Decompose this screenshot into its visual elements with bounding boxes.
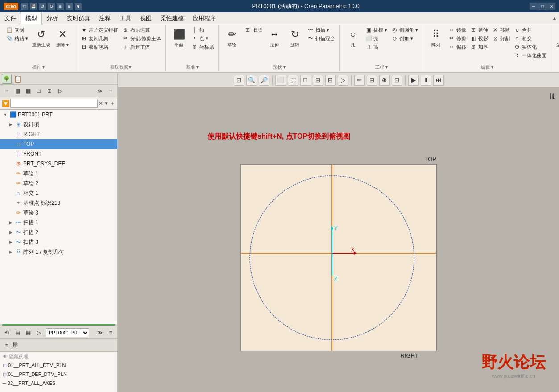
tree-view2-button[interactable]: ▦ (23, 86, 33, 96)
shell-button[interactable]: ⬜壳 (364, 34, 389, 42)
tree-more-button[interactable]: ≫ (95, 86, 105, 96)
tree-item-sketch1[interactable]: ✏ 草绘 1 (0, 169, 117, 178)
win-min-button[interactable]: ─ (530, 3, 538, 10)
tree-item-pattern1[interactable]: ▶ ⠿ 阵列 1 / 复制几何 (0, 247, 117, 257)
tree-item-right[interactable]: ◻ RIGHT (0, 129, 117, 139)
oldversion-button[interactable]: ⊞旧版 (243, 26, 264, 34)
filter-add-button[interactable]: ＋ (109, 99, 116, 107)
tree-item-csys[interactable]: ⊕ PRT_CSYS_DEF (0, 159, 117, 169)
tree-item-sweep3[interactable]: ▶ 〜 扫描 3 (0, 237, 117, 247)
paste-button[interactable]: 📎粘贴 ▾ (4, 34, 29, 42)
view-nohidden-button[interactable]: ⊟ (325, 75, 336, 86)
round-button[interactable]: ◎倒圆角 ▾ (389, 26, 419, 34)
tb-icon-1[interactable]: □ (21, 3, 28, 10)
copy-button[interactable]: 📋复制 (4, 26, 29, 34)
bt-view1-button[interactable]: ▤ (12, 328, 22, 338)
draft-button[interactable]: ▣拔模 ▾ (364, 26, 389, 34)
layer-hidden-item[interactable]: 👁 隐藏的项 (0, 352, 117, 361)
tree-item-top[interactable]: ◻ TOP (0, 139, 117, 149)
tb-icon-4[interactable]: ↻ (48, 3, 55, 10)
view-refit-button[interactable]: ⬜ (275, 75, 286, 86)
csys-button[interactable]: ⊕坐标系 (190, 43, 215, 51)
view-wire-button[interactable]: □ (300, 75, 311, 86)
bottom-part-select[interactable]: PRT0001.PRT (46, 328, 89, 337)
layer-prt-all-axes[interactable]: ─ 02__PRT_ALL_AXES (0, 379, 117, 388)
filter-dropdown-button[interactable]: ▼ (104, 101, 108, 106)
tree-view4-button[interactable]: ⊞ (45, 86, 54, 96)
zoom-fit-button[interactable]: ⊡ (234, 75, 244, 86)
view-grid-button[interactable]: ⊞ (367, 75, 377, 86)
merge-button[interactable]: ∪合并 (512, 26, 548, 34)
copy-geom-button[interactable]: ⊞复制几何 (79, 34, 120, 42)
tree-view1-button[interactable]: ▤ (12, 86, 22, 96)
hole-button[interactable]: ○ 孔 (343, 26, 363, 50)
tree-item-front[interactable]: ◻ FRONT (0, 149, 117, 159)
window-controls[interactable]: ─ □ ✕ (530, 3, 555, 10)
chamfer-button[interactable]: ◇倒角 ▾ (389, 34, 419, 42)
rib-button[interactable]: ⎍筋 (364, 43, 389, 51)
solidify-surf-button[interactable]: ⌇一体化曲面 (512, 51, 548, 59)
menu-annotation[interactable]: 注释 (95, 12, 115, 24)
tree-root-item[interactable]: ▼ 🟦 PRT0001.PRT (0, 110, 117, 120)
axis-button[interactable]: │轴 (190, 26, 215, 34)
view-sketch-button[interactable]: ✏ (354, 75, 365, 86)
tree-view3-button[interactable]: □ (34, 86, 44, 96)
view-csys-button[interactable]: ⊕ (379, 75, 390, 86)
sketch-button[interactable]: ✏ 草绘 (222, 26, 242, 50)
divide-button[interactable]: ⧖分割 (490, 34, 511, 42)
bt-more-button[interactable]: ≫ (95, 328, 105, 338)
panel-model-tree-tab[interactable]: 🌳 (2, 74, 12, 84)
revolve-button[interactable]: ↻ 旋转 (285, 26, 305, 50)
bool-button[interactable]: ⊕布尔运算 (120, 26, 162, 34)
tree-item-sweep1[interactable]: ▶ 〜 扫描 1 (0, 218, 117, 227)
view-shaded-button[interactable]: ⬚ (288, 75, 298, 86)
tb-icon-3[interactable]: ↺ (39, 3, 46, 10)
tb-icon-7[interactable]: ▼ (75, 3, 82, 10)
viewport[interactable]: TOP FRONT RIGHT PRT_CSYS_DEF (240, 164, 437, 351)
stop-button[interactable]: ⏭ (433, 75, 444, 86)
zoom-in-button[interactable]: 🔍 (246, 75, 257, 86)
menu-simulation[interactable]: 实时仿真 (62, 12, 95, 24)
tree-item-sketch2[interactable]: ✏ 草绘 2 (0, 178, 117, 188)
project-button[interactable]: ◧投影 (468, 34, 489, 42)
tree-settings-button[interactable]: ≡ (2, 86, 12, 96)
trim-button[interactable]: ✂修剪 (447, 34, 468, 42)
offset-button[interactable]: ↔偏移 (447, 43, 468, 51)
win-close-button[interactable]: ✕ (547, 3, 555, 10)
menu-flexible[interactable]: 柔性建模 (156, 12, 188, 24)
tree-menu-button[interactable]: ≡ (106, 86, 116, 96)
bt-view2-button[interactable]: ▦ (23, 328, 33, 338)
tree-item-datumpt[interactable]: ✦ 基准点 标识219 (0, 198, 117, 208)
bt-back-button[interactable]: ⟲ (2, 328, 12, 338)
regenerate-button[interactable]: ↺ 重新生成 (30, 26, 52, 50)
shrink-wrap-button[interactable]: ⊟收缩包络 (79, 43, 120, 51)
bt-menu-button[interactable]: ≡ (106, 328, 116, 338)
split-button[interactable]: ✂分割/修剪主体 (120, 34, 162, 42)
tree-nav1-button[interactable]: ▷ (55, 86, 65, 96)
pause-button[interactable]: ⏸ (421, 75, 431, 86)
menu-tools[interactable]: 工具 (115, 12, 136, 24)
point-button[interactable]: •点 ▾ (190, 34, 215, 42)
plane-button[interactable]: ⬛ 平面 (169, 26, 189, 50)
solidify-button[interactable]: ⊙实体化 (512, 43, 548, 51)
thicken-button[interactable]: ⊕加厚 (468, 43, 489, 51)
menu-apps[interactable]: 应用程序 (188, 12, 220, 24)
menu-view[interactable]: 视图 (136, 12, 156, 24)
delete-button[interactable]: ✕ 删除 ▾ (53, 26, 72, 50)
user-feature-button[interactable]: ★用户定义特征 (79, 26, 120, 34)
remove-button[interactable]: ✕移除 (490, 26, 511, 34)
intersect-edit-button[interactable]: ∩相交 (512, 34, 548, 42)
play-button[interactable]: ▶ (408, 75, 419, 86)
filter-input[interactable] (10, 99, 98, 108)
extrude-button[interactable]: ↔ 拉伸 (265, 26, 284, 50)
layer-prt-def-dtm[interactable]: ◻ 01__PRT_DEF_DTM_PLN (0, 370, 117, 379)
new-body-button[interactable]: ＋新建主体 (120, 43, 162, 51)
menu-model[interactable]: 模型 (21, 12, 42, 24)
tb-icon-5[interactable]: ≡ (57, 3, 64, 10)
panel-tab2[interactable]: 📋 (12, 74, 22, 84)
menu-file[interactable]: 文件 (0, 12, 21, 24)
ribbon-collapse-button[interactable]: ▲ (550, 14, 559, 23)
tree-item-sweep2[interactable]: ▶ 〜 扫描 2 (0, 227, 117, 237)
zoom-out-button[interactable]: 🔎 (259, 75, 269, 86)
view-display-button[interactable]: ▷ (338, 75, 348, 86)
